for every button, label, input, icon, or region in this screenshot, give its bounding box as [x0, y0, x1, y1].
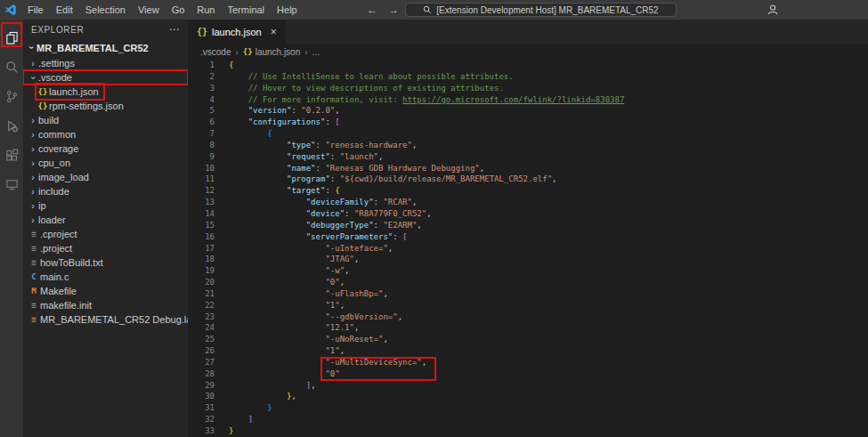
- editor-area: {} launch.json × .vscode›{}launch.json›.…: [188, 20, 868, 437]
- tree-item-label: common: [38, 129, 76, 140]
- tree-item-launch-json[interactable]: {}launch.json: [23, 85, 188, 99]
- menu-help[interactable]: Help: [271, 0, 304, 20]
- code-line: 2 // Use IntelliSense to learn about pos…: [188, 71, 868, 83]
- tree-item-makefile-init[interactable]: ≡makefile.init: [23, 298, 188, 312]
- main-area: EXPLORER ⋯ › MR_BAREMETAL_CR52 ›.setting…: [0, 20, 868, 437]
- line-number: 10: [188, 163, 215, 174]
- tree-item-label: MR_BAREMETAL_CR52 Debug.launch: [40, 314, 188, 325]
- code-line: 4 // For more information, visit: https:…: [188, 94, 868, 106]
- line-number: 5: [188, 105, 215, 117]
- launch-file-icon: ≡: [28, 315, 40, 324]
- chevron-collapsed-icon: ›: [28, 144, 38, 154]
- json-icon: {}: [37, 87, 49, 96]
- tree-item-label: loader: [38, 214, 66, 225]
- tree-item-makefile[interactable]: MMakefile: [23, 284, 188, 298]
- tree-item-build[interactable]: ›build: [23, 113, 188, 127]
- line-number: 19: [188, 265, 215, 277]
- line-number: 29: [188, 380, 215, 392]
- chevron-expanded-icon: ›: [28, 72, 38, 83]
- line-number: 2: [188, 71, 215, 83]
- json-icon: {}: [37, 101, 49, 110]
- chevron-collapsed-icon: ›: [28, 215, 38, 225]
- extensions-icon[interactable]: [1, 141, 22, 170]
- source-control-icon[interactable]: [1, 82, 22, 111]
- code-line: 26 "1",: [188, 345, 868, 357]
- close-icon[interactable]: ×: [271, 26, 277, 38]
- command-center-search[interactable]: [Extension Development Host] MR_BAREMETA…: [405, 3, 677, 17]
- line-number: 15: [188, 220, 215, 231]
- explorer-icon[interactable]: [1, 23, 22, 53]
- menu-terminal[interactable]: Terminal: [222, 0, 272, 20]
- line-number: 24: [188, 322, 215, 334]
- search-text: [Extension Development Host] MR_BAREMETA…: [436, 5, 658, 15]
- code-line: 3 // Hover to view descriptions of exist…: [188, 83, 868, 94]
- title-bar: FileEditSelectionViewGoRunTerminalHelp ←…: [0, 0, 868, 20]
- code-line: 28 "0": [188, 368, 868, 380]
- code-line: 12 "target": {: [188, 185, 868, 197]
- code-line: 1{: [188, 60, 868, 71]
- menu-edit[interactable]: Edit: [50, 0, 79, 20]
- menu-selection[interactable]: Selection: [79, 0, 132, 20]
- text-file-icon: ≡: [28, 258, 40, 267]
- json-icon: {}: [243, 47, 253, 56]
- vscode-logo-icon: [0, 4, 21, 16]
- tree-item--cproject[interactable]: ≡.cproject: [23, 227, 188, 241]
- forward-button[interactable]: →: [388, 0, 399, 20]
- workspace-root[interactable]: › MR_BAREMETAL_CR52: [23, 39, 188, 56]
- tree-item-label: .project: [40, 243, 72, 254]
- account-icon[interactable]: [767, 4, 779, 18]
- breadcrumb-item[interactable]: .vscode: [200, 47, 231, 57]
- chevron-collapsed-icon: ›: [28, 201, 38, 211]
- chevron-collapsed-icon: ›: [28, 116, 38, 125]
- tree-item--project[interactable]: ≡.project: [23, 241, 188, 255]
- code-line: 14 "device": "R8A779F0_CR52",: [188, 208, 868, 220]
- code-line: 11 "program": "${cwd}/build/release/MR_B…: [188, 174, 868, 185]
- line-number: 13: [188, 197, 215, 208]
- tree-item--settings[interactable]: ›.settings: [23, 56, 188, 70]
- code-line: 13 "deviceFamily": "RCAR",: [188, 197, 868, 208]
- tree-item-include[interactable]: ›include: [23, 184, 188, 198]
- code-line: 19 "-w",: [188, 265, 868, 277]
- line-number: 9: [188, 151, 215, 163]
- code-line: 8 "type": "renesas-hardware",: [188, 140, 868, 151]
- tree-item-coverage[interactable]: ›coverage: [23, 142, 188, 156]
- tree-item-common[interactable]: ›common: [23, 127, 188, 142]
- code-line: 17 "-uInteface=",: [188, 243, 868, 255]
- menu-run[interactable]: Run: [191, 0, 221, 20]
- text-file-icon: ≡: [28, 301, 40, 310]
- tree-item-main-c[interactable]: Cmain.c: [23, 270, 188, 284]
- menu-go[interactable]: Go: [166, 0, 191, 20]
- line-number: 33: [188, 425, 215, 437]
- menu-file[interactable]: File: [21, 0, 50, 20]
- tree-item-howtobuild-txt[interactable]: ≡howToBuild.txt: [23, 255, 188, 270]
- remote-monitor-icon[interactable]: [1, 170, 22, 199]
- search-icon[interactable]: [1, 53, 22, 82]
- tree-item-loader[interactable]: ›loader: [23, 213, 188, 227]
- line-number: 28: [188, 368, 215, 380]
- tree-item-rpm-settings-json[interactable]: {}rpm-settings.json: [23, 99, 188, 113]
- breadcrumb-item[interactable]: {}launch.json: [243, 47, 300, 57]
- line-number: 31: [188, 402, 215, 414]
- line-number: 7: [188, 128, 215, 140]
- tree-item-label: howToBuild.txt: [40, 257, 103, 268]
- tree-item-image-load[interactable]: ›image_load: [23, 170, 188, 184]
- tree-item-label: build: [38, 115, 59, 125]
- line-number: 20: [188, 277, 215, 288]
- code-area[interactable]: 1{2 // Use IntelliSense to learn about p…: [188, 60, 868, 437]
- breadcrumb-item[interactable]: ...: [312, 47, 320, 57]
- tree-item--vscode[interactable]: ›.vscode: [23, 70, 188, 85]
- code-line: 6 "configurations": [: [188, 117, 868, 128]
- tree-item-label: makefile.init: [40, 300, 92, 311]
- more-actions-icon[interactable]: ⋯: [168, 23, 180, 36]
- back-button[interactable]: ←: [367, 0, 377, 20]
- tree-item-ip[interactable]: ›ip: [23, 198, 188, 213]
- tree-item-label: launch.json: [49, 86, 99, 97]
- code-line: 29 ],: [188, 380, 868, 392]
- run-debug-icon[interactable]: [1, 111, 22, 141]
- chevron-collapsed-icon: ›: [28, 158, 38, 168]
- project-file-icon: ≡: [28, 230, 40, 239]
- tree-item-mr-baremetal-cr52-debug-launch[interactable]: ≡MR_BAREMETAL_CR52 Debug.launch: [23, 312, 188, 327]
- menu-view[interactable]: View: [132, 0, 166, 20]
- tab-launch-json[interactable]: {} launch.json ×: [188, 20, 286, 44]
- tree-item-cpu-on[interactable]: ›cpu_on: [23, 156, 188, 170]
